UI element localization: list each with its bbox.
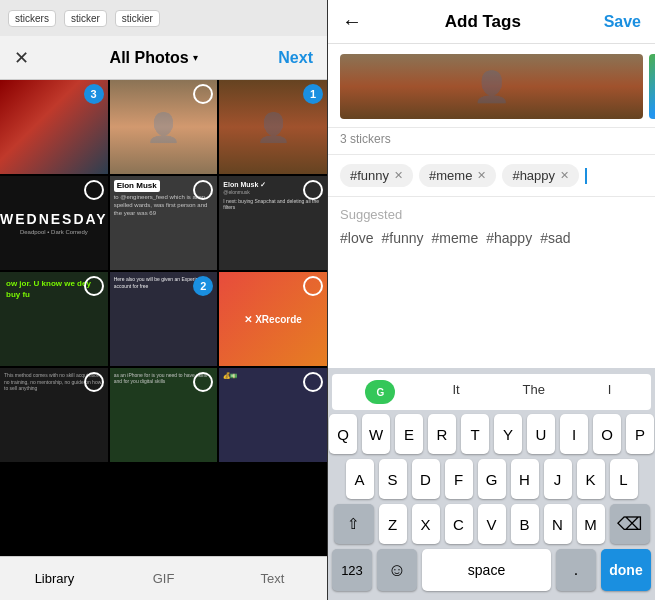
key-s[interactable]: S (379, 459, 407, 499)
tag-label: #funny (350, 168, 389, 183)
key-j[interactable]: J (544, 459, 572, 499)
key-i[interactable]: I (560, 414, 588, 454)
select-circle (84, 180, 104, 200)
key-n[interactable]: N (544, 504, 572, 544)
bottom-tabs: Library GIF Text (0, 556, 327, 600)
suggested-tag-sad[interactable]: #sad (540, 230, 570, 246)
keyboard: G It The I Q W E R T Y U I O P A S D F G… (328, 368, 655, 600)
suggested-tag-happy[interactable]: #happy (486, 230, 532, 246)
key-v[interactable]: V (478, 504, 506, 544)
photo-cell[interactable]: 💰💵 (219, 368, 327, 462)
all-photos-title: All Photos (110, 49, 189, 67)
key-y[interactable]: Y (494, 414, 522, 454)
select-circle (84, 372, 104, 392)
tag-remove-icon[interactable]: ✕ (477, 169, 486, 182)
selection-badge: 1 (303, 84, 323, 104)
toolbar-i[interactable]: I (602, 380, 618, 404)
key-z[interactable]: Z (379, 504, 407, 544)
key-p[interactable]: P (626, 414, 654, 454)
wednesday-sub: Deadpool • Dark Comedy (20, 229, 88, 235)
tags-area[interactable]: #funny ✕ #meme ✕ #happy ✕ (328, 155, 655, 197)
tag-chip-funny[interactable]: #funny ✕ (340, 164, 413, 187)
suggested-tag-funny[interactable]: #funny (381, 230, 423, 246)
select-circle (193, 372, 213, 392)
left-header: ✕ All Photos ▾ Next (0, 36, 327, 80)
key-x[interactable]: X (412, 504, 440, 544)
photo-cell[interactable]: Elon Musk to @engineers_feed which is al… (110, 176, 218, 270)
tag-label: #happy (512, 168, 555, 183)
tag-remove-icon[interactable]: ✕ (560, 169, 569, 182)
grammarly-icon: G (365, 380, 395, 404)
key-a[interactable]: A (346, 459, 374, 499)
suggested-tag-meme[interactable]: #meme (432, 230, 479, 246)
chevron-down-icon[interactable]: ▾ (193, 52, 198, 63)
tag-remove-icon[interactable]: ✕ (394, 169, 403, 182)
delete-key[interactable]: ⌫ (610, 504, 650, 544)
numbers-key[interactable]: 123 (332, 549, 372, 591)
shift-key[interactable]: ⇧ (334, 504, 374, 544)
suggested-label: Suggested (340, 207, 643, 222)
tag-chip-meme[interactable]: #meme ✕ (419, 164, 496, 187)
selected-thumb-2 (649, 54, 655, 119)
suggested-section: Suggested #love #funny #meme #happy #sad (328, 197, 655, 252)
back-button[interactable]: ← (342, 10, 362, 33)
key-f[interactable]: F (445, 459, 473, 499)
key-g[interactable]: G (478, 459, 506, 499)
key-d[interactable]: D (412, 459, 440, 499)
next-button[interactable]: Next (278, 49, 313, 67)
photo-cell[interactable]: as an iPhone for is you need to have ski… (110, 368, 218, 462)
selected-images-row: 👤 👤 (328, 44, 655, 128)
key-o[interactable]: O (593, 414, 621, 454)
right-panel: ← Add Tags Save 👤 👤 3 stickers #funny ✕ … (328, 0, 655, 600)
right-header: ← Add Tags Save (328, 0, 655, 44)
keyboard-bottom-row: 123 ☺ space . done (332, 549, 651, 591)
key-h[interactable]: H (511, 459, 539, 499)
key-c[interactable]: C (445, 504, 473, 544)
save-button[interactable]: Save (604, 13, 641, 31)
key-r[interactable]: R (428, 414, 456, 454)
suggested-tag-love[interactable]: #love (340, 230, 373, 246)
text-cursor (585, 168, 587, 184)
photo-cell[interactable]: 👤 (110, 80, 218, 174)
photo-cell[interactable]: ✕ XRecorde (219, 272, 327, 366)
sticker-chip-3[interactable]: stickier (115, 10, 160, 27)
done-key[interactable]: done (601, 549, 651, 591)
key-k[interactable]: K (577, 459, 605, 499)
toolbar-the[interactable]: The (517, 380, 551, 404)
sticker-count-label: 3 stickers (328, 128, 655, 155)
tab-library[interactable]: Library (0, 557, 109, 600)
emoji-key[interactable]: ☺ (377, 549, 417, 591)
keyboard-row-1: Q W E R T Y U I O P (332, 414, 651, 454)
key-b[interactable]: B (511, 504, 539, 544)
photo-cell[interactable]: Elon Musk ✓ @elonmusk I next: buying Sna… (219, 176, 327, 270)
tab-text[interactable]: Text (218, 557, 327, 600)
close-button[interactable]: ✕ (14, 49, 29, 67)
photo-cell[interactable]: Here also you will be given an Experimen… (110, 272, 218, 366)
photo-cell[interactable]: This method comes with no skill acquisit… (0, 368, 108, 462)
key-t[interactable]: T (461, 414, 489, 454)
sticker-chip-1[interactable]: stickers (8, 10, 56, 27)
key-u[interactable]: U (527, 414, 555, 454)
sticker-chip-2[interactable]: sticker (64, 10, 107, 27)
key-q[interactable]: Q (329, 414, 357, 454)
key-w[interactable]: W (362, 414, 390, 454)
header-center: All Photos ▾ (110, 49, 198, 67)
sticker-row: stickers sticker stickier (0, 0, 327, 36)
space-key[interactable]: space (422, 549, 551, 591)
photo-cell[interactable]: WEDNESDAY Deadpool • Dark Comedy (0, 176, 108, 270)
toolbar-it[interactable]: It (446, 380, 465, 404)
period-key[interactable]: . (556, 549, 596, 591)
key-m[interactable]: M (577, 504, 605, 544)
select-circle (303, 180, 323, 200)
key-l[interactable]: L (610, 459, 638, 499)
photo-cell[interactable]: 3 (0, 80, 108, 174)
tag-chip-happy[interactable]: #happy ✕ (502, 164, 579, 187)
keyboard-row-3: ⇧ Z X C V B N M ⌫ (332, 504, 651, 544)
tab-gif[interactable]: GIF (109, 557, 218, 600)
tag-label: #meme (429, 168, 472, 183)
keyboard-row-2: A S D F G H J K L (332, 459, 651, 499)
key-e[interactable]: E (395, 414, 423, 454)
selection-badge: 2 (193, 276, 213, 296)
photo-cell[interactable]: 👤 1 (219, 80, 327, 174)
photo-cell[interactable]: ow jor. U know we dey buy fu (0, 272, 108, 366)
